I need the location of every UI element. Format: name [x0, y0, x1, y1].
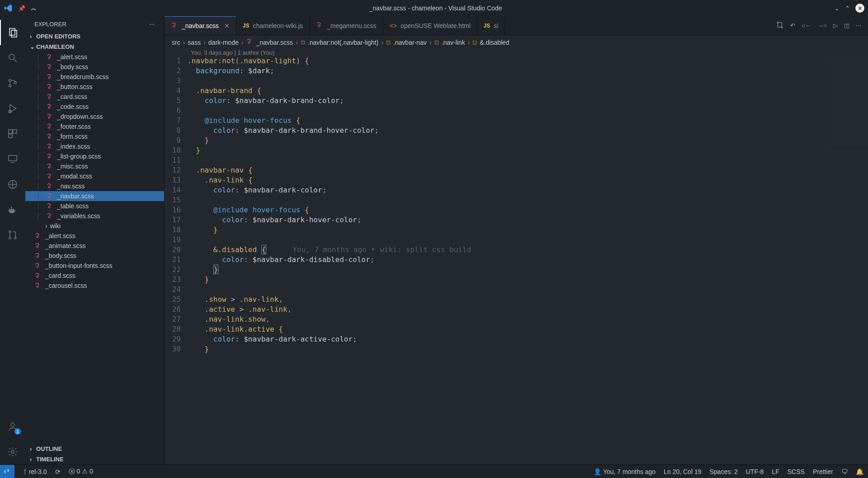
chevron-down-icon[interactable]: ⌄ — [835, 5, 840, 12]
file-tree: _alert.scss_body.scss_breadcrumb.scss_bu… — [25, 52, 164, 444]
status-bar: ᚶ rel-3.0 ⟳ ⓧ 0 ⚠ 0 👤 You, 7 months ago … — [0, 464, 868, 478]
file-item[interactable]: _index.scss — [25, 141, 164, 151]
tab[interactable]: <>openSUSE Weblate.html — [383, 16, 477, 35]
svg-point-21 — [14, 237, 16, 239]
explorer-icon[interactable] — [0, 20, 25, 45]
remote-indicator[interactable] — [0, 465, 14, 478]
tab[interactable]: _megamenu.scss — [310, 16, 383, 35]
file-item[interactable]: _form.scss — [25, 131, 164, 141]
file-item[interactable]: _navbar.scss — [25, 191, 164, 201]
file-item[interactable]: _button-input-fonts.scss — [25, 261, 164, 271]
status-eol[interactable]: LF — [772, 468, 779, 475]
breadcrumb-item[interactable]: dark-mode — [208, 39, 239, 46]
tab[interactable]: JSchameleon-wiki.js — [236, 16, 310, 35]
remote-explorer-icon[interactable] — [0, 146, 25, 172]
breadcrumb-item[interactable]: &.disabled — [480, 39, 509, 46]
status-position[interactable]: Ln 20, Col 19 — [664, 468, 701, 475]
status-lang[interactable]: SCSS — [788, 468, 805, 475]
status-branch[interactable]: ᚶ rel-3.0 — [24, 468, 47, 475]
file-item[interactable]: _button.scss — [25, 82, 164, 92]
status-blame[interactable]: 👤 You, 7 months ago — [594, 468, 656, 475]
split-editor-icon[interactable]: ◫ — [844, 22, 849, 29]
status-spaces[interactable]: Spaces: 2 — [709, 468, 737, 475]
file-item[interactable]: _table.scss — [25, 201, 164, 211]
window-title: _navbar.scss - chameleon - Visual Studio… — [37, 5, 835, 12]
source-control-icon[interactable] — [0, 70, 25, 96]
section-project[interactable]: ⌄CHAMELEON — [25, 42, 164, 52]
code-content[interactable]: .navbar:not(.navbar-light) { background:… — [187, 56, 868, 464]
status-feedback-icon[interactable]: 🗨 — [841, 468, 848, 475]
svg-rect-17 — [13, 209, 14, 210]
status-problems[interactable]: ⓧ 0 ⚠ 0 — [69, 468, 93, 476]
pin-icon[interactable]: 📌 — [18, 5, 25, 12]
file-item[interactable]: _card.scss — [25, 271, 164, 281]
run-icon[interactable]: ▷ — [833, 22, 838, 29]
live-share-icon[interactable] — [0, 172, 25, 197]
line-gutter: 1234567891011121314151617181920212223242… — [165, 56, 187, 464]
breadcrumbs[interactable]: src›sass›dark-mode›_navbar.scss›⊡.navbar… — [165, 35, 868, 49]
file-item[interactable]: _code.scss — [25, 102, 164, 112]
section-outline[interactable]: ›OUTLINE — [25, 444, 164, 454]
svg-point-20 — [9, 237, 11, 239]
breadcrumb-item[interactable]: .navbar:not(.navbar-light) — [308, 39, 378, 46]
editor-area: _navbar.scss✕JSchameleon-wiki.js_megamen… — [165, 16, 868, 464]
breadcrumb-item[interactable]: _navbar.scss — [256, 39, 293, 46]
file-item[interactable]: _footer.scss — [25, 122, 164, 131]
extensions-icon[interactable] — [0, 121, 25, 146]
svg-point-24 — [777, 22, 778, 23]
more-actions-icon[interactable]: ⋯ — [856, 22, 862, 29]
tab[interactable]: _navbar.scss✕ — [165, 16, 236, 35]
svg-rect-18 — [11, 207, 12, 208]
run-debug-icon[interactable] — [0, 96, 25, 121]
codelens[interactable]: You, 3 days ago | 1 author (You) — [165, 49, 868, 56]
status-prettier[interactable]: Prettier — [813, 468, 833, 475]
svg-rect-12 — [9, 155, 17, 161]
explorer-sidebar: EXPLORER ⋯ ›OPEN EDITORS ⌄CHAMELEON _ale… — [25, 16, 165, 464]
chevron-up-icon[interactable]: ⌃ — [845, 5, 850, 12]
section-open-editors[interactable]: ›OPEN EDITORS — [25, 31, 164, 42]
github-pr-icon[interactable] — [0, 222, 25, 248]
file-item[interactable]: _animate.scss — [25, 241, 164, 251]
folder-item[interactable]: ›wiki — [25, 221, 164, 231]
minimap[interactable] — [827, 56, 868, 146]
file-item[interactable]: _misc.scss — [25, 161, 164, 171]
file-item[interactable]: _nav.scss — [25, 181, 164, 191]
file-item[interactable]: _card.scss — [25, 92, 164, 102]
svg-point-19 — [9, 231, 11, 233]
chevron-up-icon[interactable]: ︽ — [31, 4, 37, 12]
accounts-icon[interactable]: 1 — [0, 414, 25, 439]
status-bell-icon[interactable]: 🔔 — [856, 468, 863, 475]
breadcrumb-item[interactable]: src — [172, 39, 180, 46]
file-item[interactable]: _body.scss — [25, 251, 164, 261]
file-item[interactable]: _breadcrumb.scss — [25, 72, 164, 82]
code-editor[interactable]: 1234567891011121314151617181920212223242… — [165, 56, 868, 464]
commit-next-icon[interactable]: →○ — [817, 22, 827, 29]
file-item[interactable]: _modal.scss — [25, 171, 164, 181]
tab-close-icon[interactable]: ✕ — [224, 22, 230, 29]
svg-rect-15 — [9, 209, 10, 210]
file-item[interactable]: _body.scss — [25, 62, 164, 72]
breadcrumb-item[interactable]: sass — [188, 39, 201, 46]
settings-gear-icon[interactable] — [0, 439, 25, 464]
status-encoding[interactable]: UTF-8 — [746, 468, 764, 475]
compare-changes-icon[interactable] — [776, 21, 784, 30]
file-item[interactable]: _dropdown.scss — [25, 112, 164, 122]
go-back-icon[interactable]: ↶ — [790, 22, 795, 29]
file-item[interactable]: _alert.scss — [25, 52, 164, 62]
more-icon[interactable]: ⋯ — [149, 21, 155, 28]
breadcrumb-item[interactable]: .nav-link — [442, 39, 465, 46]
breadcrumb-item[interactable]: .navbar-nav — [393, 39, 427, 46]
close-window-icon[interactable]: ✕ — [855, 4, 864, 13]
file-item[interactable]: _list-group.scss — [25, 151, 164, 161]
tab[interactable]: JSsi — [477, 16, 505, 35]
search-icon[interactable] — [0, 45, 25, 70]
svg-rect-11 — [9, 134, 12, 138]
status-sync-icon[interactable]: ⟳ — [55, 468, 61, 475]
commit-prev-icon[interactable]: ○← — [802, 22, 811, 29]
section-timeline[interactable]: ›TIMELINE — [25, 454, 164, 464]
file-item[interactable]: _alert.scss — [25, 231, 164, 241]
docker-icon[interactable] — [0, 197, 25, 222]
svg-point-23 — [11, 450, 14, 453]
file-item[interactable]: _carousel.scss — [25, 281, 164, 291]
file-item[interactable]: _variables.scss — [25, 211, 164, 221]
